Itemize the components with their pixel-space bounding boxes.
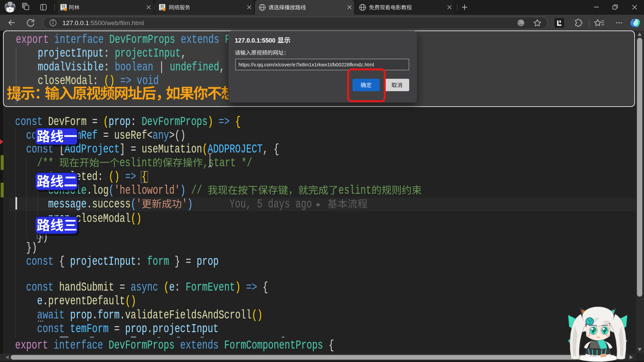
svg-text:message: message [48, 197, 87, 211]
svg-text:https://v.qq.com/x/cover/e7lx8: https://v.qq.com/x/cover/e7lx8m1x1rkwx1t… [238, 62, 374, 67]
svg-text:extends: extends [180, 338, 219, 352]
svg-text:] =: ] = [120, 142, 142, 156]
svg-text:} =: } = [169, 254, 197, 268]
svg-text:>(): >() [169, 128, 185, 142]
svg-text:{: { [257, 280, 268, 294]
svg-text:prop: prop [70, 308, 92, 322]
svg-text:eslint: eslint [338, 183, 371, 197]
svg-text:prop: prop [109, 115, 131, 129]
svg-text:(): () [104, 74, 115, 88]
svg-text:): ) [208, 115, 213, 129]
svg-text::: : [136, 254, 147, 268]
svg-text:=>: => [246, 280, 257, 294]
svg-text:': ' [182, 197, 187, 211]
svg-text:=: = [114, 280, 130, 294]
svg-text:, {: , { [263, 142, 279, 156]
svg-text:(: ( [202, 142, 208, 156]
svg-text::: : [104, 60, 115, 74]
svg-text:.: . [87, 183, 92, 197]
svg-text:async: async [130, 280, 158, 294]
svg-text:export: export [15, 338, 48, 352]
svg-text:extends: extends [181, 33, 219, 47]
svg-text:127.0.0.1:5500/web/film.html: 127.0.0.1:5500/web/film.html [62, 19, 144, 26]
svg-text:projectInput: projectInput [115, 46, 181, 60]
svg-text:.: . [92, 308, 98, 322]
svg-text:interface: interface [54, 33, 104, 47]
svg-text:{: { [235, 115, 240, 129]
svg-text:DevForm: DevForm [48, 115, 87, 129]
svg-text:(: ( [103, 115, 108, 129]
svg-text::: : [98, 170, 109, 184]
svg-text:'helloworld': 'helloworld' [114, 183, 180, 197]
svg-text:const: const [15, 115, 43, 129]
svg-text:DevFormProps: DevFormProps [109, 338, 175, 352]
svg-text:const: const [26, 254, 54, 268]
svg-text:,: , [219, 60, 225, 74]
svg-text:.: . [120, 308, 125, 322]
svg-text::: : [175, 280, 186, 294]
svg-text:.: . [43, 294, 48, 308]
svg-text:/**: /** [37, 156, 59, 170]
svg-text:useMutation: useMutation [142, 142, 202, 156]
svg-text:127.0.0.1:5500: 127.0.0.1:5500 [235, 37, 275, 44]
svg-text:projectInput: projectInput [70, 254, 136, 268]
svg-text:(): () [109, 170, 120, 184]
svg-text:|: | [153, 60, 170, 74]
svg-text::: : [130, 115, 142, 129]
svg-text:form: form [98, 308, 120, 322]
svg-text:=: = [98, 128, 114, 142]
svg-text:modalVisible: modalVisible [38, 60, 104, 74]
svg-text:(): () [125, 294, 136, 308]
svg-text:any: any [153, 128, 169, 142]
svg-text:export: export [16, 33, 49, 47]
svg-text:DevFormProps: DevFormProps [142, 115, 208, 129]
svg-text:undefined: undefined [170, 60, 219, 74]
svg-text:const: const [26, 280, 54, 294]
svg-text:temForm: temForm [70, 322, 109, 336]
svg-text:): ) [180, 183, 185, 197]
svg-text:=>: => [120, 74, 131, 88]
svg-text:FormComponentProps: FormComponentProps [224, 338, 323, 352]
svg-text:form: form [147, 254, 169, 268]
svg-text:e: e [169, 280, 174, 294]
svg-text:(: ( [130, 197, 136, 211]
svg-text:=>: => [219, 115, 230, 129]
svg-text:e: e [37, 294, 43, 308]
svg-text:': ' [136, 197, 142, 211]
svg-text:void: void [137, 74, 159, 88]
svg-text:useRef: useRef [114, 128, 147, 142]
svg-text:}): }) [26, 241, 37, 255]
svg-text:DevFormProps: DevFormProps [109, 33, 175, 47]
svg-text:=: = [87, 115, 103, 129]
svg-text:.: . [87, 197, 92, 211]
svg-text:projectInput: projectInput [153, 322, 219, 336]
svg-text:(): () [130, 212, 142, 226]
svg-text:{: { [54, 254, 70, 268]
svg-text:): ) [187, 197, 193, 211]
svg-text:): ) [235, 280, 240, 294]
svg-text:{: { [323, 338, 334, 352]
svg-text:preventDefault: preventDefault [48, 294, 125, 308]
svg-text:eslint: eslint [119, 156, 152, 170]
svg-text:closeModal: closeModal [38, 74, 93, 88]
svg-text:=: = [109, 322, 125, 336]
svg-text:,: , [181, 46, 186, 60]
svg-text:validateFieldsAndScroll: validateFieldsAndScroll [125, 308, 252, 322]
svg-text:=>: => [125, 170, 136, 184]
svg-text:success: success [92, 197, 131, 211]
svg-text:boolean: boolean [115, 60, 153, 74]
svg-text:prop: prop [197, 254, 219, 268]
svg-text://: // [191, 183, 208, 197]
svg-text:<: < [147, 128, 153, 142]
svg-text:(: ( [109, 183, 114, 197]
svg-text:projectInput: projectInput [38, 46, 104, 60]
svg-text:ADDPROJECT: ADDPROJECT [208, 142, 263, 156]
svg-text:(: ( [164, 280, 169, 294]
svg-text:const: const [37, 322, 65, 336]
svg-text:You, 5 days ago: You, 5 days ago [229, 197, 317, 211]
svg-text:handSubmit: handSubmit [59, 280, 114, 294]
svg-text:interface: interface [54, 338, 103, 352]
svg-text:FormEvent: FormEvent [185, 280, 235, 294]
svg-text:await: await [37, 308, 65, 322]
svg-text:prop: prop [125, 322, 147, 336]
